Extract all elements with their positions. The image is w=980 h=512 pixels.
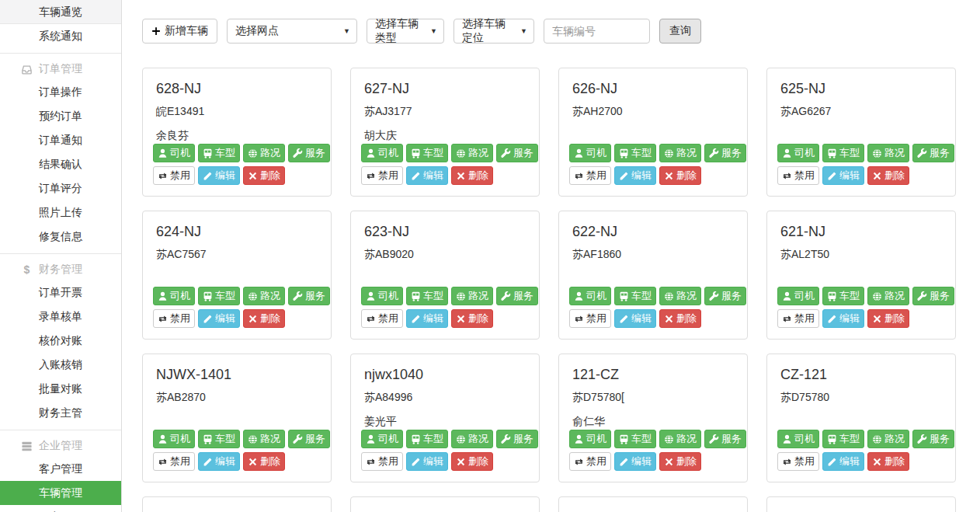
vehicle-type-button[interactable]: 车型 [822,144,864,162]
service-button[interactable]: 服务 [288,144,330,162]
sidebar-item[interactable]: 批量对账 [0,377,121,401]
search-button[interactable]: 查询 [659,19,701,44]
sidebar-item[interactable]: 车辆管理 [0,481,121,505]
disable-button[interactable]: 禁用 [153,166,195,185]
vehicle-type-button[interactable]: 车型 [822,287,864,305]
vehicle-type-button[interactable]: 车型 [614,430,656,448]
disable-button[interactable]: 禁用 [569,166,611,185]
edit-button[interactable]: 编辑 [822,309,864,328]
service-button[interactable]: 服务 [912,144,954,162]
edit-button[interactable]: 编辑 [822,166,864,185]
vehicle-type-button[interactable]: 车型 [406,144,448,162]
sidebar-item[interactable]: 修复信息 [0,225,121,249]
delete-button[interactable]: 删除 [867,166,909,185]
service-button[interactable]: 服务 [704,144,746,162]
driver-button[interactable]: 司机 [777,287,819,305]
disable-button[interactable]: 禁用 [777,309,819,328]
vehicle-type-button[interactable]: 车型 [406,430,448,448]
sidebar-item[interactable]: 订单开票 [0,280,121,305]
sidebar-item[interactable]: 录单核单 [0,305,121,329]
sidebar-item[interactable]: 订单操作 [0,80,121,104]
disable-button[interactable]: 禁用 [361,166,403,185]
road-condition-button[interactable]: 路况 [659,144,701,162]
edit-button[interactable]: 编辑 [198,166,240,185]
driver-button[interactable]: 司机 [153,430,195,448]
sidebar-item[interactable]: 照片上传 [0,200,121,225]
service-button[interactable]: 服务 [704,287,746,305]
vehicle-type-button[interactable]: 车型 [198,430,240,448]
edit-button[interactable]: 编辑 [198,309,240,328]
road-condition-button[interactable]: 路况 [659,287,701,305]
service-button[interactable]: 服务 [288,287,330,305]
driver-button[interactable]: 司机 [777,144,819,162]
service-button[interactable]: 服务 [704,430,746,448]
road-condition-button[interactable]: 路况 [867,144,909,162]
driver-button[interactable]: 司机 [153,144,195,162]
sidebar-item[interactable]: 订单评分 [0,176,121,200]
service-button[interactable]: 服务 [912,287,954,305]
sidebar-item[interactable]: 车辆通览 [0,0,121,24]
edit-button[interactable]: 编辑 [406,452,448,471]
driver-button[interactable]: 司机 [361,144,403,162]
sidebar-item[interactable]: 订单通知 [0,128,121,152]
disable-button[interactable]: 禁用 [361,452,403,471]
disable-button[interactable]: 禁用 [361,309,403,328]
road-condition-button[interactable]: 路况 [867,287,909,305]
sidebar-item[interactable]: 系统通知 [0,24,121,48]
edit-button[interactable]: 编辑 [614,166,656,185]
vehicle-type-button[interactable]: 车型 [198,144,240,162]
road-condition-button[interactable]: 路况 [659,430,701,448]
road-condition-button[interactable]: 路况 [243,287,285,305]
edit-button[interactable]: 编辑 [406,166,448,185]
add-vehicle-button[interactable]: 新增车辆 [142,19,217,44]
sidebar-item[interactable]: 网点管理 [0,505,121,512]
edit-button[interactable]: 编辑 [822,452,864,471]
vehicle-type-button[interactable]: 车型 [198,287,240,305]
sidebar-item[interactable]: 预约订单 [0,104,121,128]
vehicle-location-select[interactable]: 选择车辆定位 ▼ [454,19,534,44]
vehicle-no-input[interactable] [544,19,650,44]
delete-button[interactable]: 删除 [867,452,909,471]
road-condition-button[interactable]: 路况 [451,287,493,305]
sidebar-item[interactable]: 财务主管 [0,401,121,425]
edit-button[interactable]: 编辑 [198,452,240,471]
service-button[interactable]: 服务 [912,430,954,448]
delete-button[interactable]: 删除 [659,309,701,328]
driver-button[interactable]: 司机 [153,287,195,305]
delete-button[interactable]: 删除 [659,452,701,471]
edit-button[interactable]: 编辑 [406,309,448,328]
delete-button[interactable]: 删除 [243,166,285,185]
sidebar-item[interactable]: 客户管理 [0,457,121,481]
delete-button[interactable]: 删除 [451,452,493,471]
disable-button[interactable]: 禁用 [777,166,819,185]
edit-button[interactable]: 编辑 [614,452,656,471]
road-condition-button[interactable]: 路况 [867,430,909,448]
driver-button[interactable]: 司机 [569,430,611,448]
road-condition-button[interactable]: 路况 [451,430,493,448]
vehicle-type-select[interactable]: 选择车辆类型 ▼ [367,19,444,44]
sidebar-item[interactable]: 入账核销 [0,353,121,377]
road-condition-button[interactable]: 路况 [243,144,285,162]
service-button[interactable]: 服务 [288,430,330,448]
delete-button[interactable]: 删除 [659,166,701,185]
delete-button[interactable]: 删除 [867,309,909,328]
road-condition-button[interactable]: 路况 [451,144,493,162]
vehicle-type-button[interactable]: 车型 [822,430,864,448]
sidebar-item[interactable]: 核价对账 [0,329,121,353]
disable-button[interactable]: 禁用 [153,309,195,328]
disable-button[interactable]: 禁用 [569,309,611,328]
vehicle-type-button[interactable]: 车型 [614,287,656,305]
branch-select[interactable]: 选择网点 ▼ [227,19,357,44]
road-condition-button[interactable]: 路况 [243,430,285,448]
delete-button[interactable]: 删除 [243,452,285,471]
vehicle-type-button[interactable]: 车型 [614,144,656,162]
disable-button[interactable]: 禁用 [153,452,195,471]
delete-button[interactable]: 删除 [451,166,493,185]
service-button[interactable]: 服务 [496,430,538,448]
service-button[interactable]: 服务 [496,144,538,162]
delete-button[interactable]: 删除 [243,309,285,328]
driver-button[interactable]: 司机 [569,144,611,162]
service-button[interactable]: 服务 [496,287,538,305]
sidebar-item[interactable]: 结果确认 [0,152,121,176]
driver-button[interactable]: 司机 [361,430,403,448]
